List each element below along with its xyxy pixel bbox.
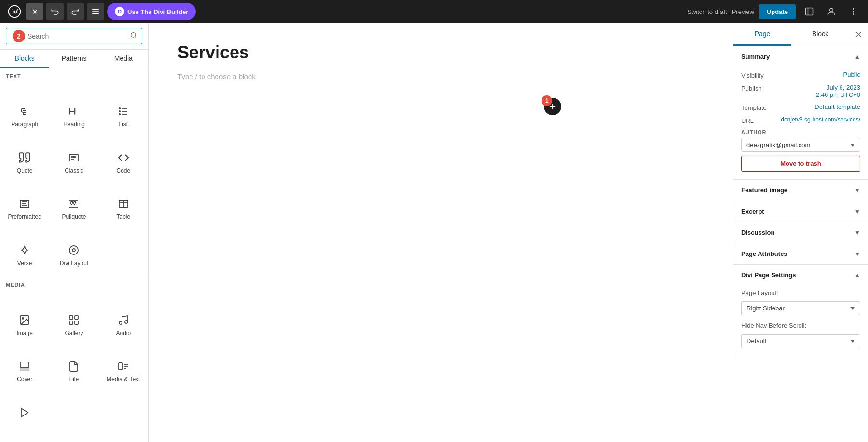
svg-rect-37	[75, 321, 78, 324]
block-item-file[interactable]: File	[49, 347, 98, 393]
block-item-media-text[interactable]: Media & Text	[99, 347, 148, 393]
search-area: 2	[0, 23, 148, 50]
publish-date: July 6, 2023	[827, 84, 860, 91]
author-section: AUTHOR deezgrafix@gmail.com	[741, 129, 860, 152]
tab-media[interactable]: Media	[99, 50, 148, 68]
more-options-button[interactable]	[845, 3, 862, 20]
file-icon	[67, 360, 81, 373]
image-icon	[18, 313, 31, 327]
quote-label: Quote	[17, 167, 33, 174]
featured-image-panel-header[interactable]: Featured image ▼	[733, 180, 868, 201]
undo-button[interactable]	[46, 3, 64, 20]
block-item-audio[interactable]: Audio	[99, 300, 148, 347]
visibility-value[interactable]: Public	[843, 71, 860, 78]
block-item-table[interactable]: Table	[99, 184, 148, 230]
list-label: List	[119, 121, 128, 128]
block-item-paragraph[interactable]: Paragraph	[0, 92, 49, 138]
block-item-heading[interactable]: Heading	[49, 92, 98, 138]
block-item-cover[interactable]: Cover	[0, 347, 49, 393]
svg-rect-43	[119, 363, 122, 370]
table-label: Table	[116, 214, 130, 220]
excerpt-panel-header[interactable]: Excerpt ▼	[733, 201, 868, 222]
table-icon	[117, 197, 130, 211]
tab-blocks[interactable]: Blocks	[0, 50, 49, 68]
move-to-trash-button[interactable]: Move to trash	[741, 156, 860, 172]
template-value[interactable]: Default template	[814, 103, 860, 110]
summary-chevron-icon: ▲	[854, 54, 860, 60]
block-item-verse[interactable]: Verse	[0, 230, 49, 277]
summary-panel: Summary ▲ Visibility Public Publish July…	[733, 46, 868, 180]
tab-page[interactable]: Page	[733, 23, 791, 46]
block-item-pullquote[interactable]: Pullquote	[49, 184, 98, 230]
code-icon	[117, 151, 130, 164]
svg-point-38	[119, 321, 122, 324]
page-attributes-panel-header[interactable]: Page Attributes ▼	[733, 243, 868, 264]
featured-image-panel: Featured image ▼	[733, 180, 868, 201]
add-block-placeholder[interactable]: Type / to choose a block	[177, 72, 704, 80]
author-select[interactable]: deezgrafix@gmail.com	[741, 138, 860, 152]
divi-btn-label: Use The Divi Builder	[127, 8, 188, 15]
preformatted-label: Preformatted	[8, 214, 41, 220]
divi-icon: D	[115, 7, 124, 16]
preview-button[interactable]: Preview	[732, 8, 754, 15]
search-submit-icon[interactable]	[130, 31, 137, 41]
svg-rect-41	[20, 367, 29, 371]
classic-icon	[67, 151, 81, 164]
switch-to-draft-button[interactable]: Switch to draft	[687, 8, 727, 15]
svg-point-8	[853, 14, 854, 15]
wordpress-logo	[6, 3, 23, 20]
visibility-label: Visibility	[741, 71, 764, 79]
block-item-preformatted[interactable]: Preformatted	[0, 184, 49, 230]
divi-settings-panel-header[interactable]: Divi Page Settings ▲	[733, 265, 868, 285]
svg-point-7	[853, 11, 854, 12]
publish-value[interactable]: July 6, 2023 2:46 pm UTC+0	[816, 84, 860, 98]
search-input[interactable]	[6, 28, 142, 44]
tab-patterns[interactable]: Patterns	[49, 50, 98, 68]
svg-point-39	[125, 321, 128, 323]
divi-layout-label: Divi Layout	[60, 260, 88, 267]
excerpt-panel-title: Excerpt	[741, 208, 764, 215]
topbar-left: ✕ D Use The Divi Builder	[6, 3, 196, 20]
block-item-classic[interactable]: Classic	[49, 138, 98, 184]
block-item-list[interactable]: List	[99, 92, 148, 138]
sidebar-close-button[interactable]: ✕	[849, 23, 868, 46]
svg-line-10	[135, 37, 136, 38]
redo-button[interactable]	[67, 3, 84, 20]
discussion-panel-header[interactable]: Discussion ▼	[733, 222, 868, 243]
featured-image-panel-title: Featured image	[741, 187, 787, 194]
update-button[interactable]: Update	[759, 4, 796, 19]
block-item-code[interactable]: Code	[99, 138, 148, 184]
quote-icon	[18, 151, 31, 164]
list-icon	[117, 105, 130, 118]
close-button[interactable]: ✕	[26, 3, 43, 20]
publish-field: Publish July 6, 2023 2:46 pm UTC+0	[741, 84, 860, 98]
block-item-gallery[interactable]: Gallery	[49, 300, 98, 347]
divi-builder-button[interactable]: D Use The Divi Builder	[107, 3, 196, 20]
settings-icon-button[interactable]	[800, 3, 818, 20]
page-title-input[interactable]	[177, 42, 704, 63]
search-badge: 2	[13, 30, 25, 42]
tab-block[interactable]: Block	[791, 23, 849, 46]
template-field: Template Default template	[741, 103, 860, 111]
block-item-more[interactable]	[0, 393, 49, 432]
blocks-grid: TEXT Paragraph Heading List	[0, 68, 148, 442]
hide-nav-select[interactable]: Default Yes No	[741, 334, 860, 348]
block-item-image[interactable]: Image	[0, 300, 49, 347]
list-view-button[interactable]	[87, 3, 104, 20]
left-sidebar: 2 Blocks Patterns Media TEXT Paragraph	[0, 23, 149, 442]
user-icon-button[interactable]	[823, 3, 840, 20]
image-label: Image	[16, 330, 32, 336]
block-item-quote[interactable]: Quote	[0, 138, 49, 184]
right-sidebar: Page Block ✕ Summary ▲ Visibility Public…	[733, 23, 868, 442]
block-item-divi-layout[interactable]: Divi Layout	[49, 230, 98, 277]
classic-label: Classic	[65, 167, 83, 174]
add-block-circle-button[interactable]: +	[544, 98, 561, 115]
svg-marker-47	[21, 408, 28, 417]
page-layout-select[interactable]: Right Sidebar Left Sidebar Full Width No…	[741, 301, 860, 315]
svg-point-31	[72, 249, 75, 252]
summary-panel-header[interactable]: Summary ▲	[733, 46, 868, 67]
url-value[interactable]: donjetv3.sg-host.com/services/	[781, 116, 860, 123]
paragraph-icon	[18, 105, 31, 118]
svg-point-33	[22, 318, 24, 319]
sidebar-tabs-row: Page Block ✕	[733, 23, 868, 46]
